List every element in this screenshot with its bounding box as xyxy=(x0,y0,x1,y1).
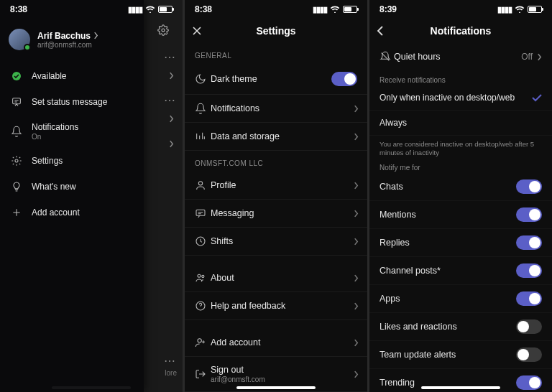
settings-row-label: Sign out xyxy=(211,365,265,375)
lightbulb-icon xyxy=(10,181,23,192)
overflow-icon[interactable]: ⋯ xyxy=(154,93,175,107)
signal-icon: ▮▮▮▮ xyxy=(313,5,327,14)
notify-toggle-label: Trending xyxy=(380,378,415,388)
svg-rect-5 xyxy=(196,210,205,215)
chevron-right-icon xyxy=(354,370,359,378)
clock: 8:38 xyxy=(195,4,212,14)
sidebar-item[interactable]: Available xyxy=(0,63,144,89)
svg-point-7 xyxy=(198,274,201,277)
clock: 8:39 xyxy=(380,4,397,14)
settings-row[interactable]: Help and feedback xyxy=(185,292,367,320)
quiet-hours-value: Off xyxy=(521,52,533,62)
battery-icon xyxy=(343,6,357,13)
section-title: GENERAL xyxy=(185,43,367,64)
receive-option[interactable]: Always xyxy=(369,111,552,136)
sidebar-item[interactable]: What's new xyxy=(0,174,144,200)
bell-icon xyxy=(195,103,211,114)
gear-icon xyxy=(10,155,23,167)
settings-row[interactable]: Notifications xyxy=(185,95,367,123)
battery-icon xyxy=(158,6,172,13)
presence-dot xyxy=(24,44,31,51)
chevron-right-icon[interactable] xyxy=(169,140,174,148)
wifi-icon xyxy=(515,6,525,13)
truncated-label[interactable]: lore xyxy=(165,369,177,377)
phone-notifications-screen: 8:39 ▮▮▮▮ Notifications Quiet hours Off … xyxy=(369,0,552,392)
notify-toggle-row[interactable]: Team update alerts xyxy=(369,341,552,369)
settings-row-label: Shifts xyxy=(211,236,233,246)
toggle[interactable] xyxy=(516,291,542,306)
settings-row[interactable]: Data and storage xyxy=(185,123,367,151)
chevron-right-icon[interactable] xyxy=(169,115,174,123)
close-icon xyxy=(192,26,202,36)
settings-row[interactable]: Shifts xyxy=(185,228,367,256)
toggle[interactable] xyxy=(516,235,542,250)
status-bar: 8:38 ▮▮▮▮ xyxy=(0,0,183,19)
page-title: Notifications xyxy=(431,25,492,37)
sidebar-item[interactable]: Settings xyxy=(0,148,144,174)
settings-row-sublabel: arif@onmsft.com xyxy=(211,375,265,383)
status-message-icon xyxy=(10,96,23,108)
status-icons: ▮▮▮▮ xyxy=(128,5,172,14)
check-icon xyxy=(532,94,542,102)
sidebar-item-label: Notifications xyxy=(32,122,78,132)
chevron-right-icon xyxy=(354,210,359,218)
notify-toggle-row[interactable]: Replies xyxy=(369,229,552,257)
svg-point-0 xyxy=(162,29,165,32)
chevron-right-icon xyxy=(354,302,359,310)
settings-row[interactable]: Messaging xyxy=(185,200,367,228)
wifi-icon xyxy=(330,6,340,13)
back-button[interactable] xyxy=(377,19,384,43)
receive-option[interactable]: Only when inactive on desktop/web xyxy=(369,85,552,111)
notify-toggle-label: Channel posts* xyxy=(380,266,441,276)
profile-header[interactable]: Arif Bacchus arif@onmsft.com xyxy=(0,19,144,59)
quiet-hours-row[interactable]: Quiet hours Off xyxy=(369,43,552,70)
status-bar: 8:39 ▮▮▮▮ xyxy=(369,0,552,19)
overflow-icon[interactable]: ⋯ xyxy=(154,50,175,64)
toggle[interactable] xyxy=(516,207,542,222)
toggle[interactable] xyxy=(516,179,542,194)
settings-row[interactable]: Profile xyxy=(185,172,367,200)
home-indicator[interactable] xyxy=(421,386,500,389)
toggle[interactable] xyxy=(331,72,357,86)
svg-point-8 xyxy=(202,275,204,277)
receive-option-label: Always xyxy=(380,118,407,128)
settings-row[interactable]: About xyxy=(185,264,367,292)
chevron-right-icon xyxy=(354,339,359,347)
header-gear[interactable] xyxy=(144,19,183,42)
notify-toggle-row[interactable]: Apps xyxy=(369,285,552,313)
chevron-right-icon xyxy=(354,133,359,141)
person-plus-icon xyxy=(195,337,211,348)
overflow-icon[interactable]: ⋯ xyxy=(154,354,175,368)
toggle[interactable] xyxy=(516,347,542,362)
notify-toggle-row[interactable]: Channel posts* xyxy=(369,257,552,285)
notify-toggle-row[interactable]: Chats xyxy=(369,173,552,201)
toggle[interactable] xyxy=(516,263,542,278)
settings-row-label: Notifications xyxy=(211,103,259,113)
settings-header: Settings xyxy=(185,19,367,43)
chevron-right-icon[interactable] xyxy=(169,72,174,80)
notify-toggle-label: Apps xyxy=(380,294,400,304)
quiet-hours-label: Quiet hours xyxy=(394,52,441,62)
help-icon xyxy=(195,300,211,312)
sidebar-item[interactable]: NotificationsOn xyxy=(0,115,144,148)
chevron-right-icon xyxy=(93,32,98,39)
sidebar-item[interactable]: Set status message xyxy=(0,89,144,115)
status-icons: ▮▮▮▮ xyxy=(497,5,542,14)
toggle[interactable] xyxy=(516,319,542,334)
notify-toggle-row[interactable]: Mentions xyxy=(369,201,552,229)
status-bar: 8:38 ▮▮▮▮ xyxy=(185,0,367,19)
settings-row[interactable]: Dark theme xyxy=(185,64,367,95)
clock: 8:38 xyxy=(10,4,27,14)
sidebar-drawer: Arif Bacchus arif@onmsft.com AvailableSe… xyxy=(0,0,144,392)
sidebar-item[interactable]: Add account xyxy=(0,200,144,225)
close-button[interactable] xyxy=(192,19,202,43)
notify-toggle-row[interactable]: Likes and reactions xyxy=(369,313,552,341)
wifi-icon xyxy=(145,6,155,13)
phone-sidebar-screen: ⋯ ⋯ ⋯ lore 8:38 ▮▮▮▮ Arif Bacchus arif@o… xyxy=(0,0,183,392)
settings-row[interactable]: Add account xyxy=(185,329,367,357)
signal-icon: ▮▮▮▮ xyxy=(497,5,512,14)
home-indicator[interactable] xyxy=(236,386,316,389)
toggle[interactable] xyxy=(516,375,542,390)
section-title: ONMSFT.COM LLC xyxy=(185,151,367,172)
sidebar-item-sublabel: On xyxy=(32,133,78,141)
